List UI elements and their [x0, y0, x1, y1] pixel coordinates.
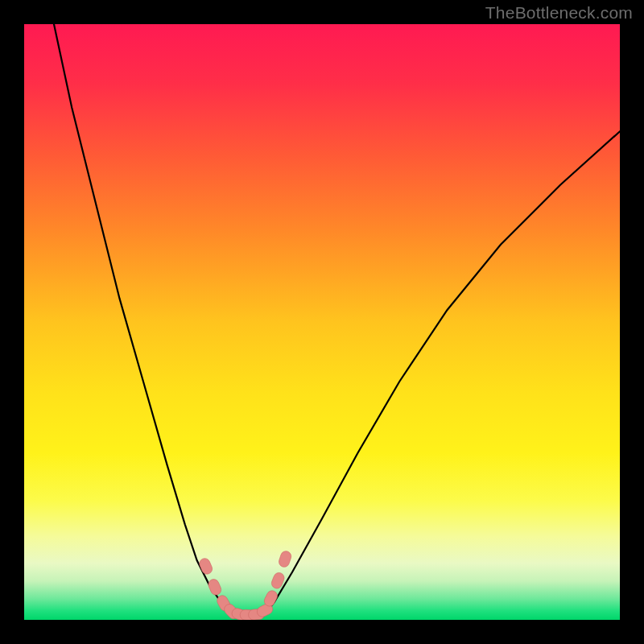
marker-point — [278, 550, 293, 568]
marker-point — [198, 557, 214, 576]
curve-layer — [24, 24, 620, 620]
plot-area — [24, 24, 620, 620]
chart-frame: TheBottleneck.com — [0, 0, 644, 644]
marker-group — [198, 550, 293, 620]
left-curve — [54, 24, 233, 617]
marker-point — [207, 578, 223, 597]
right-curve — [262, 131, 620, 617]
watermark-text: TheBottleneck.com — [485, 3, 633, 23]
